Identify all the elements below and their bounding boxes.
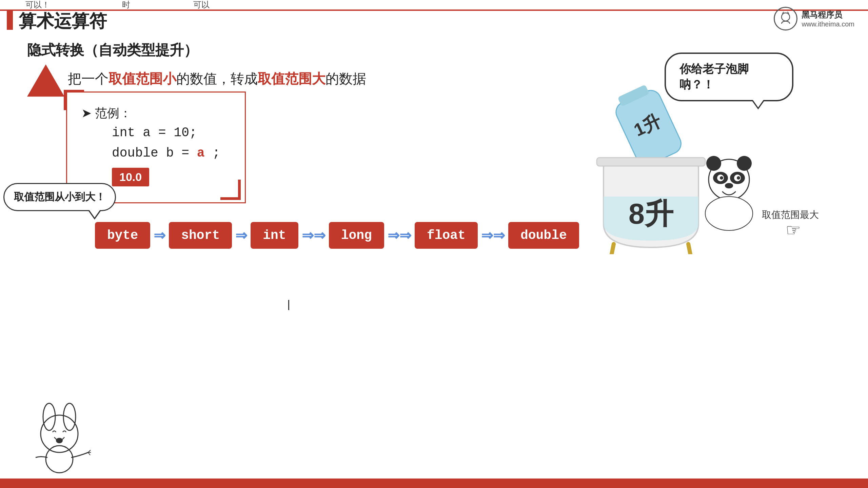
type-float: float — [415, 222, 478, 249]
logo-svg — [777, 10, 794, 27]
header-line — [0, 9, 868, 11]
example-label: ➤ 范例： — [81, 105, 132, 122]
code-line2-prefix: double b = — [112, 146, 197, 160]
type-byte: byte — [95, 222, 150, 249]
logo-text-group: 黑马程序员 www.itheima.com — [802, 9, 854, 28]
svg-point-18 — [720, 176, 723, 180]
svg-point-4 — [56, 438, 63, 443]
desc-suffix: 的数据 — [326, 71, 366, 86]
svg-point-3 — [41, 415, 78, 452]
type-long: long — [329, 222, 384, 249]
description: 把一个取值范围小的数值，转成取值范围大的数据 — [68, 69, 366, 88]
svg-point-20 — [725, 183, 733, 188]
logo-area: 黑马程序员 www.itheima.com — [774, 7, 854, 30]
section-heading: 隐式转换（自动类型提升） — [27, 41, 198, 60]
type-double: double — [508, 222, 579, 249]
bubble-tail-left-inner — [89, 209, 100, 218]
top-label-2: 时 — [122, 0, 130, 10]
logo-sub: www.itheima.com — [802, 20, 854, 28]
type-short: short — [169, 222, 232, 249]
svg-point-13 — [737, 156, 752, 171]
max-label: 取值范围最大 — [762, 208, 819, 221]
svg-point-2 — [63, 403, 76, 430]
triangle-icon — [27, 64, 64, 97]
corner-bottom-right — [220, 180, 241, 200]
arrow-4: ⇒⇒ — [388, 227, 411, 244]
rabbit-character — [25, 400, 93, 474]
arrow-3: ⇒⇒ — [302, 227, 326, 244]
speech-right-text: 你给老子泡脚呐？！ — [679, 62, 749, 91]
svg-point-19 — [737, 176, 740, 180]
code-line2-var: a — [197, 146, 205, 160]
tub-text: 8升 — [629, 198, 674, 230]
desc-middle: 的数值，转成 — [176, 71, 258, 86]
arrow-1: ⇒ — [154, 227, 165, 244]
logo-name: 黑马程序员 — [802, 9, 854, 20]
desc-large: 取值范围大 — [258, 71, 326, 86]
svg-point-21 — [705, 197, 753, 230]
page-title: 算术运算符 — [19, 9, 107, 33]
top-labels: 可以！ 时 可以 — [0, 0, 868, 9]
svg-rect-8 — [597, 158, 705, 166]
type-int: int — [251, 222, 298, 249]
result-badge: 10.0 — [112, 168, 149, 186]
arrow-2: ⇒ — [235, 227, 247, 244]
rabbit-svg — [25, 400, 93, 474]
speech-bubble-right: 你给老子泡脚呐？！ — [665, 53, 793, 101]
svg-point-5 — [46, 446, 73, 473]
desc-prefix: 把一个 — [68, 71, 108, 86]
logo-container: 黑马程序员 www.itheima.com — [774, 7, 854, 30]
speech-left-text: 取值范围从小到大！ — [14, 191, 105, 202]
panda-group — [705, 156, 753, 230]
hand-cursor-icon: ☞ — [786, 220, 801, 240]
bubble-tail-right-inner — [752, 99, 764, 107]
code-line2-suffix: ; — [205, 146, 220, 160]
bottom-bar — [0, 479, 868, 488]
cursor — [288, 300, 289, 310]
logo-icon — [774, 7, 797, 30]
top-label-1: 可以！ — [25, 0, 50, 10]
speech-bubble-left: 取值范围从小到大！ — [3, 183, 116, 211]
max-label-text: 取值范围最大 — [762, 209, 819, 220]
desc-small: 取值范围小 — [108, 71, 176, 86]
type-chain: byte ⇒ short ⇒ int ⇒⇒ long ⇒⇒ float ⇒⇒ d… — [95, 222, 579, 249]
bathtub-group: 8升 — [597, 158, 705, 254]
svg-point-12 — [706, 156, 721, 171]
arrow-5: ⇒⇒ — [481, 227, 505, 244]
top-label-3: 可以 — [193, 0, 210, 10]
red-accent — [7, 9, 13, 30]
code-line-1: int a = 10; — [112, 125, 197, 140]
code-line-2: double b = a ; — [112, 146, 220, 160]
svg-point-1 — [43, 403, 55, 430]
svg-point-0 — [782, 13, 790, 21]
